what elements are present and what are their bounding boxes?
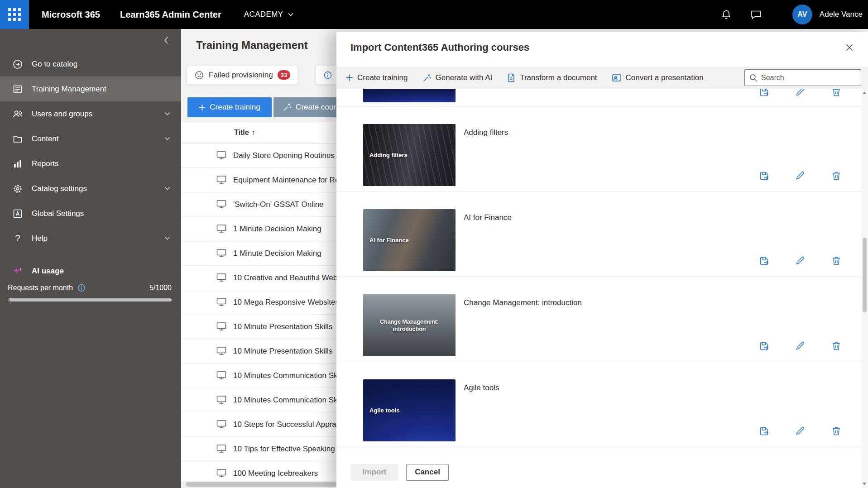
import-icon [758, 426, 770, 437]
course-title: Adding filters [464, 128, 508, 137]
sidebar-item-training-management[interactable]: Training Management [0, 77, 181, 101]
chevron-down-icon [164, 137, 170, 141]
requests-value: 5/1000 [149, 284, 172, 292]
vertical-scrollbar[interactable] [861, 89, 868, 488]
avatar[interactable]: AV [792, 5, 812, 24]
course-row-partial[interactable] [336, 89, 861, 107]
sidebar-item-label: Training Management [32, 85, 106, 94]
sidebar-item-label: Catalog settings [32, 184, 87, 193]
close-button[interactable] [843, 41, 856, 54]
sidebar-item-go-to-catalog[interactable]: Go to catalog [0, 52, 181, 77]
avatar-initials: AV [797, 10, 807, 19]
sidebar-nav: Go to catalog Training Management Users … [0, 52, 181, 251]
modal-create-training-button[interactable]: Create training [345, 73, 408, 82]
course-title: Agile tools [464, 383, 499, 392]
toolbar-item-label: Convert a presentation [626, 73, 704, 82]
course-row[interactable]: AI for Finance AI for Finance [336, 192, 861, 277]
collapse-sidebar-button[interactable] [162, 35, 170, 46]
pencil-icon [795, 426, 806, 436]
create-training-button[interactable]: Create training [187, 97, 272, 117]
monitor-icon [216, 395, 227, 405]
sidebar-item-ai-usage[interactable]: AI usage [0, 260, 181, 282]
toolbar-item-label: Generate with AI [436, 73, 493, 82]
modal-footer: Import Cancel [336, 456, 861, 488]
edit-course-button[interactable] [794, 170, 806, 182]
wand-icon [283, 103, 292, 112]
feedback-button[interactable] [745, 4, 767, 25]
create-training-label: Create training [210, 103, 260, 112]
sidebar-item-catalog-settings[interactable]: Catalog settings [0, 176, 181, 201]
bell-icon [721, 9, 732, 20]
course-row[interactable]: Change Management: introduction Change M… [336, 277, 861, 362]
row-title: 10 Minute Presentation Skills [233, 347, 332, 356]
row-title: 10 Minutes Communication Sk [233, 396, 338, 405]
edit-course-button[interactable] [794, 425, 806, 437]
import-button[interactable]: Import [350, 464, 398, 481]
course-row[interactable]: Agile tools Agile tools [336, 362, 861, 447]
monitor-icon [216, 469, 227, 478]
presentation-icon [612, 73, 622, 82]
course-actions [758, 425, 842, 437]
toolbar-item-label: Create training [357, 73, 408, 82]
import-icon [758, 170, 770, 182]
folder-icon [12, 133, 24, 145]
app-title: Learn365 Admin Center [120, 10, 221, 20]
convert-presentation-button[interactable]: Convert a presentation [612, 73, 704, 82]
sidebar-item-content[interactable]: Content [0, 126, 181, 151]
delete-course-button[interactable] [830, 170, 842, 182]
user-name: Adele Vance [820, 10, 863, 19]
edit-course-button[interactable] [794, 340, 806, 352]
sidebar-item-label: Users and groups [32, 110, 92, 119]
generate-with-ai-button[interactable]: Generate with AI [422, 73, 493, 82]
search-input[interactable] [761, 74, 856, 82]
course-row[interactable]: Adding filters Adding filters [336, 107, 861, 192]
vertical-scrollbar-thumb[interactable] [863, 238, 867, 312]
row-title: 10 Tips for Effective Speaking [233, 445, 335, 454]
thumbnail-title: Agile tools [369, 407, 399, 414]
delete-course-button[interactable] [830, 255, 842, 267]
brand-label: Microsoft 365 [42, 10, 100, 20]
notifications-button[interactable] [715, 4, 737, 25]
cancel-button[interactable]: Cancel [406, 464, 449, 481]
sidebar-item-global-settings[interactable]: Global Settings [0, 201, 181, 226]
sidebar: Go to catalog Training Management Users … [0, 29, 181, 488]
chevron-down-icon [288, 13, 293, 16]
sidebar-item-label: Content [32, 134, 59, 144]
pencil-icon [795, 170, 806, 181]
import-course-button[interactable] [758, 255, 770, 267]
course-thumbnail: Agile tools [363, 379, 456, 441]
transform-document-button[interactable]: Transform a document [507, 73, 597, 82]
import-course-button[interactable] [758, 170, 770, 182]
info-icon [323, 71, 332, 80]
row-title: 10 Creative and Beautiful Web [233, 273, 337, 282]
sidebar-item-help[interactable]: ? Help [0, 226, 181, 251]
sidebar-item-label: Global Settings [32, 209, 84, 218]
failed-provisioning-pill[interactable]: Failed provisioning 33 [187, 65, 298, 85]
import-modal: Import Content365 Authoring courses Crea… [336, 32, 868, 488]
sidebar-item-users-and-groups[interactable]: Users and groups [0, 101, 181, 126]
org-switcher[interactable]: ACADEMY [244, 10, 293, 19]
app-launcher-button[interactable] [0, 0, 29, 29]
sidebar-item-reports[interactable]: Reports [0, 151, 181, 176]
scroll-down-arrow-icon[interactable] [863, 483, 866, 485]
chevron-left-icon [164, 37, 168, 44]
global-settings-icon [12, 208, 24, 220]
thumbnail-title: Change Management: introduction [368, 318, 451, 333]
toolbar-item-label: Transform a document [520, 73, 597, 82]
failed-provisioning-label: Failed provisioning [209, 71, 273, 80]
edit-course-button[interactable] [794, 255, 806, 267]
import-course-button[interactable] [758, 340, 770, 352]
monitor-icon [216, 346, 227, 356]
monitor-icon [216, 224, 227, 234]
chevron-down-icon [164, 112, 170, 116]
pencil-icon [795, 340, 806, 351]
info-icon[interactable] [77, 283, 86, 292]
delete-course-button[interactable] [830, 425, 842, 437]
wand-icon [422, 73, 432, 82]
document-icon [507, 73, 516, 82]
import-course-button[interactable] [758, 425, 770, 437]
scroll-up-arrow-icon[interactable] [863, 91, 866, 94]
delete-course-button[interactable] [830, 340, 842, 352]
help-icon: ? [12, 233, 24, 244]
modal-title: Import Content365 Authoring courses [350, 42, 529, 53]
